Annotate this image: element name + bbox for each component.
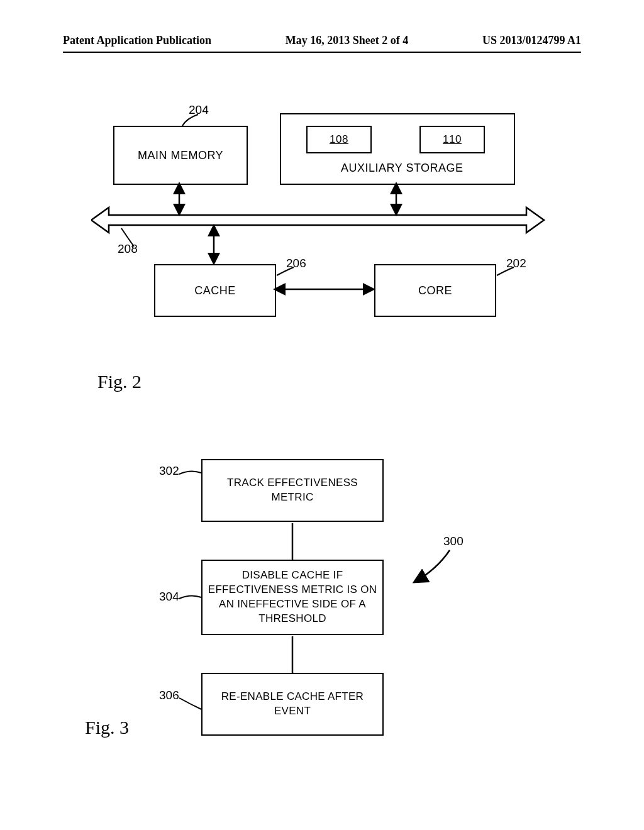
fig3-caption: Fig. 3 (85, 717, 129, 738)
fig2-caption: Fig. 2 (97, 371, 142, 392)
patent-page: Patent Application Publication May 16, 2… (0, 0, 644, 830)
page-header: Patent Application Publication May 16, 2… (63, 34, 581, 47)
header-left: Patent Application Publication (63, 34, 211, 47)
header-center: May 16, 2013 Sheet 2 of 4 (286, 34, 408, 47)
fig2-connectors (91, 107, 557, 352)
header-right: US 2013/0124799 A1 (482, 34, 581, 47)
header-rule (63, 52, 581, 53)
figure-3: TRACK EFFECTIVENESS METRIC DISABLE CACHE… (91, 453, 557, 780)
figure-2: MAIN MEMORY 108 110 AUXILIARY STORAGE CA… (91, 107, 557, 352)
fig3-connectors (91, 453, 557, 780)
